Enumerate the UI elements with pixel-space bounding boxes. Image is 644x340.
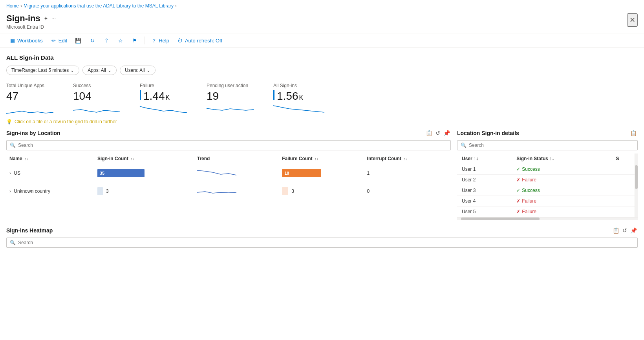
col-failure-count: Failure Count ↑↓ [279, 154, 364, 164]
metric-success[interactable]: Success 104 [73, 83, 124, 114]
refresh-button[interactable]: ↻ [86, 36, 99, 45]
pin-icon-button[interactable]: ✦ [44, 15, 48, 22]
favorite-button[interactable]: ☆ [114, 36, 127, 45]
breadcrumb-sep1: › [20, 3, 22, 9]
location-search-box[interactable]: 🔍 [6, 140, 451, 150]
title-area: Sign-ins ✦ ··· Microsoft Entra ID [6, 13, 56, 30]
table-row[interactable]: User 1 ✓ Success [457, 164, 638, 175]
details-search-input[interactable] [469, 143, 634, 148]
breadcrumb-migrate[interactable]: Migrate your applications that use the A… [24, 3, 174, 9]
status-badge-success-1: ✓ Success [516, 166, 606, 172]
sort-icon-failure[interactable]: ↑↓ [315, 157, 318, 161]
user-2: User 2 [457, 175, 512, 185]
status-badge-failure-2: ✗ Failure [516, 177, 606, 183]
heatmap-actions: 📋 ↺ 📌 [612, 227, 638, 234]
more-options-button[interactable]: ··· [51, 15, 56, 22]
heatmap-pin-button[interactable]: 📌 [629, 227, 638, 234]
status-4: ✗ Failure [512, 196, 611, 207]
metric-label-1: Success [73, 83, 124, 88]
location-copy-button[interactable]: 📋 [425, 129, 433, 137]
share-button[interactable]: ⇪ [100, 36, 113, 45]
sparkline-2 [140, 102, 187, 114]
expander-us[interactable]: › [9, 170, 11, 176]
metric-total-apps[interactable]: Total Unique Apps 47 [6, 83, 57, 114]
user-1: User 1 [457, 164, 512, 175]
table-row[interactable]: User 3 ✓ Success [457, 185, 638, 196]
location-pin-button[interactable]: 📌 [443, 129, 451, 137]
user-5: User 5 [457, 207, 512, 217]
table-row[interactable]: › US 35 [6, 164, 451, 182]
autorefresh-button[interactable]: ⏱ Auto refresh: Off [174, 36, 225, 45]
trend-svg-unknown [197, 185, 236, 196]
heatmap-copy-button[interactable]: 📋 [612, 227, 620, 234]
sort-icon-count[interactable]: ↑↓ [130, 157, 134, 161]
metric-failure[interactable]: Failure 1.44K [140, 83, 191, 114]
sort-icon-user[interactable]: ↑↓ [474, 156, 478, 161]
status-badge-success-3: ✓ Success [516, 188, 606, 193]
metric-all-signins[interactable]: All Sign-ins 1.56K [273, 83, 324, 114]
metric-value-0: 47 [6, 90, 57, 102]
details-search-box[interactable]: 🔍 [457, 140, 638, 150]
hint-label: Click on a tile or a row in the grid to … [15, 119, 117, 124]
metric-value-4: 1.56K [273, 90, 324, 102]
scrollbar-thumb[interactable] [635, 165, 638, 189]
table-row[interactable]: User 4 ✗ Failure [457, 196, 638, 207]
breadcrumb-home[interactable]: Home [6, 3, 19, 9]
count-bar-small-unknown [97, 187, 103, 195]
status-badge-failure-5: ✗ Failure [516, 209, 606, 214]
row-interrupt-unknown: 0 [364, 182, 451, 200]
table-row[interactable]: › Unknown country 3 [6, 182, 451, 200]
heatmap-section: Sign-ins Heatmap 📋 ↺ 📌 🔍 [6, 227, 638, 248]
heatmap-search-box[interactable]: 🔍 [6, 238, 638, 248]
row-trend-us [194, 164, 279, 182]
heatmap-search-input[interactable] [18, 240, 634, 245]
table-row[interactable]: User 2 ✗ Failure [457, 175, 638, 185]
heatmap-panel-header: Sign-ins Heatmap 📋 ↺ 📌 [6, 227, 638, 234]
metric-label-2: Failure [140, 83, 191, 88]
sort-icon-status[interactable]: ↑↓ [549, 156, 554, 161]
extra-4 [611, 196, 638, 207]
checkmark-icon-3: ✓ [516, 188, 520, 193]
col-trend: Trend [194, 154, 279, 164]
feedback-button[interactable]: ⚑ [128, 36, 141, 45]
page-title-text: Sign-ins [6, 13, 40, 24]
users-filter[interactable]: Users: All ⌄ [120, 66, 156, 75]
apps-filter[interactable]: Apps: All ⌄ [82, 66, 117, 75]
location-search-input[interactable] [18, 143, 447, 148]
section-title: ALL Sign-in Data [6, 54, 638, 61]
save-button[interactable]: 💾 [72, 36, 84, 45]
details-table-container: User ↑↓ Sign-in Status ↑↓ S User 1 ✓ Suc… [457, 154, 638, 217]
timerange-filter[interactable]: TimeRange: Last 5 minutes ⌄ [6, 66, 79, 75]
metric-pending[interactable]: Pending user action 19 [207, 83, 258, 114]
sparkline-4 [273, 102, 324, 114]
status-2: ✗ Failure [512, 175, 611, 185]
col-name: Name ↑↓ [6, 154, 94, 164]
edit-button[interactable]: ✏ Edit [48, 36, 70, 45]
row-interrupt-us: 1 [364, 164, 451, 182]
scrollbar-h[interactable] [457, 217, 638, 220]
chevron-down-icon: ⌄ [70, 68, 74, 73]
failure-bar-indicator [140, 90, 141, 100]
scrollbar-h-thumb[interactable] [461, 218, 540, 220]
metric-label-3: Pending user action [207, 83, 258, 88]
sparkline-0 [6, 102, 53, 114]
toolbar: ▦ Workbooks ✏ Edit 💾 ↻ ⇪ ☆ ⚑ ? Help ⏱ Au… [0, 33, 644, 48]
sparkline-3 [207, 102, 254, 114]
edit-icon: ✏ [51, 37, 57, 44]
favorite-icon: ☆ [117, 37, 124, 44]
help-button[interactable]: ? Help [148, 36, 172, 45]
sort-icon-interrupt[interactable]: ↑↓ [403, 157, 407, 161]
location-undo-button[interactable]: ↺ [435, 129, 441, 137]
details-copy-button[interactable]: 📋 [629, 129, 638, 137]
workbooks-button[interactable]: ▦ Workbooks [6, 36, 46, 45]
scrollbar-v[interactable] [635, 154, 638, 217]
chevron-down-icon-apps: ⌄ [108, 68, 112, 73]
close-button[interactable]: ✕ [627, 13, 638, 27]
search-icon-heatmap: 🔍 [10, 240, 16, 245]
expander-unknown[interactable]: › [9, 188, 11, 194]
details-panel-header: Location Sign-in details 📋 [457, 129, 638, 137]
metric-value-3: 19 [207, 90, 258, 102]
heatmap-undo-button[interactable]: ↺ [622, 227, 628, 234]
table-row[interactable]: User 5 ✗ Failure [457, 207, 638, 217]
sort-icon-name[interactable]: ↑↓ [24, 157, 28, 161]
